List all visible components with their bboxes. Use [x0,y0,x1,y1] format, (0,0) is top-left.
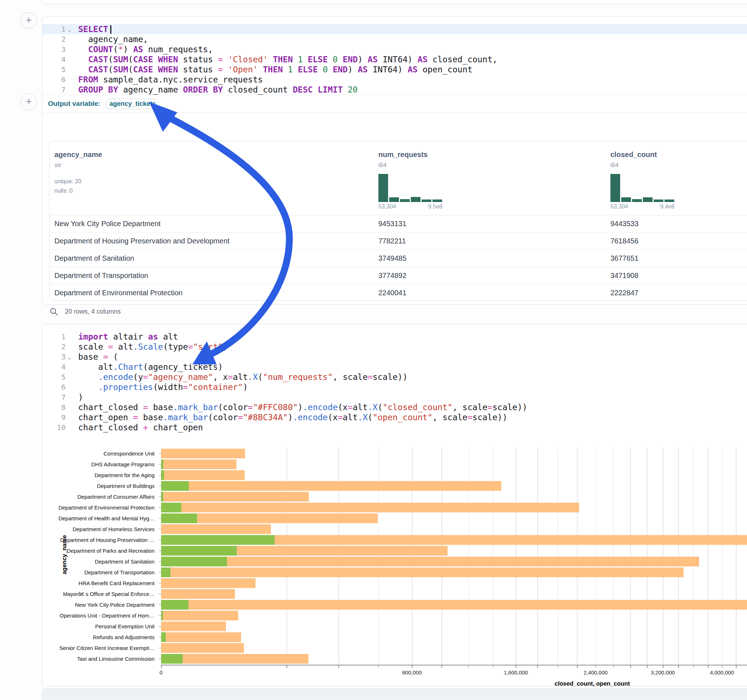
code-line[interactable]: 1import altair as alt [42,332,747,342]
line-number: 1 [42,332,66,342]
y-tick-label: Taxi and Limousine Commission [42,656,154,661]
fold-chevron-icon[interactable]: ⌄ [68,24,71,35]
chart-bar-open [161,470,164,480]
line-number: 9 [42,412,66,422]
add-cell-button[interactable]: + [21,94,37,110]
y-tick-label: Department of Environmental Protection [42,505,154,510]
chart-bar-closed [161,492,309,502]
y-tick-label: Correspondence Unit [42,451,154,456]
table-row[interactable]: Department of Sanitation37494853677651 [50,250,747,267]
code-line[interactable]: 2 agency_name, [42,34,747,44]
chart-bar-closed [161,470,245,480]
y-tick-label: Department of Buildings [42,483,154,489]
chart-bar-closed [161,449,245,459]
chart-bar-open [161,654,183,664]
code-line[interactable]: 2scale = alt.Scale(type="sqrt") [42,342,747,352]
table-row[interactable]: New York City Police Department945313194… [50,215,747,232]
chart-bar-open [161,503,181,512]
line-number: 7 [42,84,66,95]
table-footer: 20 rows, 4 columns [49,305,121,318]
search-icon[interactable] [49,307,58,316]
chart-bar-closed [161,643,244,653]
y-tick-label: Department of Transportation [42,570,154,575]
line-number: 3 [42,352,66,362]
chart-plot-area [161,448,747,665]
code-line[interactable]: 3 COUNT(*) AS num_requests, [42,44,747,54]
line-number: 2 [42,34,66,44]
line-number: 6 [42,382,66,392]
x-tick-label: 3,200,000 [637,669,688,676]
code-line[interactable]: 5 CAST(SUM(CASE WHEN status = 'Open' THE… [42,65,747,74]
chart-bar-open [161,546,237,556]
code-line[interactable]: 8chart_closed = base.mark_bar(color="#FF… [42,402,747,412]
chart-bar-closed [161,600,747,609]
chart-bar-closed [161,578,256,588]
output-variable-label: Output variable: [48,100,101,108]
column-header[interactable]: closed_counti6453,3049.4e6 [611,141,674,211]
y-tick-label: DHS Advantage Programs [42,462,154,467]
column-header[interactable]: num_requestsi6453,3049.5e6 [378,141,443,211]
gridline [736,448,736,665]
chart-bar-closed [161,567,683,577]
results-table: agency_namestrunique: 20nulls: 0num_requ… [49,141,747,301]
chart-bar-open [161,481,189,491]
table-header: agency_namestrunique: 20nulls: 0num_requ… [50,141,747,215]
y-tick-label: Department of Consumer Affairs [42,494,154,499]
y-tick-label: Personal Exemption Unit [42,624,154,629]
output-variable-pill[interactable]: agency_tickets [106,99,157,109]
bar-chart: agency_name Correspondence UnitDHS Advan… [42,443,747,688]
code-line[interactable]: 6 .properties(width="container") [42,382,747,392]
column-histogram [378,174,443,202]
sql-cell: 1⌄SELECT2 agency_name,3 COUNT(*) AS num_… [42,17,747,305]
x-tick-label: 1,600,000 [490,669,541,676]
y-tick-label: Department of Parks and Recreation [42,548,154,554]
code-line[interactable]: 10chart_closed + chart_open [42,422,747,433]
sql-code-editor[interactable]: 1⌄SELECT2 agency_name,3 COUNT(*) AS num_… [42,17,747,95]
chart-bar-closed [161,459,236,469]
y-tick-label: Department of Housing Preservation … [42,537,154,543]
fold-chevron-icon[interactable]: ⌄ [68,352,71,362]
line-number: 7 [42,392,66,402]
chart-bar-closed [161,589,235,599]
divider [42,112,747,113]
code-line[interactable]: 6FROM sample_data.nyc.service_requests [42,74,747,84]
table-row[interactable]: Department of Environmental Protection22… [50,284,747,301]
y-tick-label: Operations Unit - Department of Hom… [42,613,154,618]
line-number: 2 [42,342,66,352]
code-line[interactable]: 3⌄base = ( [42,352,747,362]
line-number: 4 [42,54,66,65]
code-line[interactable]: 4 CAST(SUM(CASE WHEN status = 'Closed' T… [42,54,747,65]
column-header[interactable]: agency_namestrunique: 20nulls: 0 [54,141,102,196]
y-tick-label: Department of Homeless Services [42,527,154,532]
code-line[interactable]: 7GROUP BY agency_name ORDER BY closed_co… [42,84,747,95]
line-number: 4 [42,362,66,372]
y-tick-label: Refunds and Adjustments [42,634,154,640]
y-tick-label: HRA Benefit Card Replacement [42,581,154,586]
line-number: 1 [42,24,66,34]
python-code-editor[interactable]: 1import altair as alt2scale = alt.Scale(… [42,324,747,433]
previous-cell-edge [42,0,747,5]
code-line[interactable]: 4 alt.Chart(agency_tickets) [42,362,747,372]
code-line[interactable]: 5 .encode(y="agency_name", x=alt.X("num_… [42,372,747,382]
x-tick-label: 4,000,000 [697,669,747,676]
chart-bar-closed [161,654,308,664]
x-tick-label: 800,000 [387,669,437,676]
table-row[interactable]: Department of Transportation377489234719… [50,267,747,284]
output-variable-row: Output variable: agency_tickets [42,95,747,112]
line-number: 10 [42,422,66,433]
chart-bar-closed [161,557,699,566]
add-cell-button[interactable]: + [21,12,37,29]
table-row[interactable]: Department of Housing Preservation and D… [50,232,747,250]
chart-bar-closed [161,503,579,512]
code-line[interactable]: 9chart_open = base.mark_bar(color="#8BC3… [42,412,747,422]
line-number: 5 [42,372,66,382]
y-tick-label: Department for the Aging [42,472,154,478]
x-axis-line [161,665,747,665]
line-number: 8 [42,402,66,412]
gridline [708,448,708,665]
chart-bar-open [161,600,189,609]
code-line[interactable]: 1⌄SELECT [42,24,747,34]
chart-bar-closed [161,622,226,631]
code-line[interactable]: 7) [42,392,747,402]
python-cell: 1import altair as alt2scale = alt.Scale(… [42,324,747,686]
